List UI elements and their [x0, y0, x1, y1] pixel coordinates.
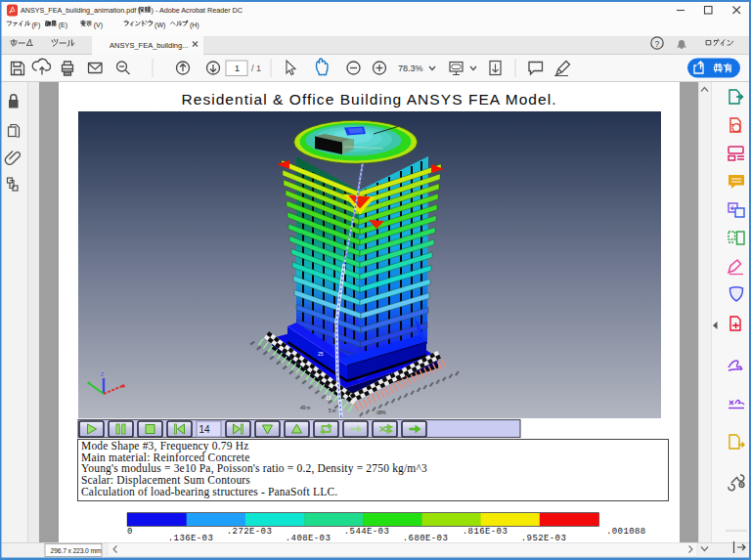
svg-text:25: 25: [318, 351, 324, 357]
svg-text:) - Adobe Acrobat Reader DC: ) - Adobe Acrobat Reader DC: [152, 6, 243, 15]
svg-text:0: 0: [127, 527, 133, 537]
svg-text:1: 1: [235, 64, 240, 73]
svg-text:5 m: 5 m: [329, 409, 336, 413]
svg-text:.001088: .001088: [606, 527, 646, 537]
svg-text:78.3%: 78.3%: [398, 64, 423, 73]
svg-text:Z: Z: [101, 371, 104, 377]
svg-text:(W): (W): [155, 22, 165, 29]
svg-text:(E): (E): [59, 22, 67, 29]
svg-text:296.7 x 223.0 mm: 296.7 x 223.0 mm: [51, 547, 102, 554]
svg-text:.408E-03: .408E-03: [286, 534, 331, 543]
svg-text:.49 m: .49 m: [299, 406, 311, 410]
svg-text:.272E-03: .272E-03: [227, 527, 272, 537]
svg-text:14: 14: [199, 424, 211, 435]
svg-text:ANSYS_FEA_building_animation.p: ANSYS_FEA_building_animation.pdf (: [21, 6, 141, 15]
svg-text:/ 1: / 1: [251, 64, 261, 73]
svg-text:.952E-03: .952E-03: [521, 534, 566, 543]
svg-text:(F): (F): [32, 22, 41, 29]
svg-text:ANSYS_FEA_building...: ANSYS_FEA_building...: [110, 41, 188, 50]
svg-text:(H): (H): [190, 22, 199, 29]
svg-text:?: ?: [655, 39, 660, 49]
svg-text:10: 10: [326, 395, 331, 401]
svg-text:-08%: -08%: [376, 410, 386, 415]
svg-text:.680E-03: .680E-03: [403, 534, 448, 543]
svg-text:.544E-03: .544E-03: [344, 527, 389, 537]
svg-text:.136E-03: .136E-03: [168, 534, 213, 543]
svg-text:(V): (V): [94, 22, 103, 29]
svg-text:.816E-03: .816E-03: [463, 527, 508, 537]
